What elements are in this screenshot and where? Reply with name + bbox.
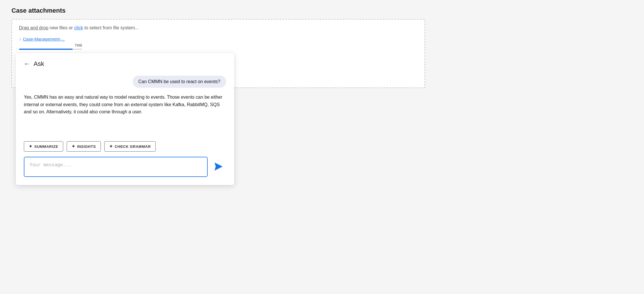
ask-panel: ← Ask Can CMMN be used to react on event… (16, 53, 234, 185)
file-download-icon: ↓ (19, 36, 21, 41)
send-button[interactable] (211, 159, 226, 175)
file-name-link[interactable]: Case-Management-... (23, 37, 65, 41)
check-grammar-button[interactable]: ✦ CHECK GRAMMAR (104, 141, 156, 152)
chat-area: Can CMMN be used to react on events? Yes… (24, 76, 226, 133)
drop-zone-middle: new files or (50, 25, 74, 30)
summarize-button[interactable]: ✦ SUMMARIZE (24, 141, 63, 152)
sparkle-icon-summarize: ✦ (29, 144, 33, 149)
send-icon (213, 161, 224, 172)
progress-bar-fill (19, 49, 73, 50)
sparkle-icon-grammar: ✦ (109, 144, 113, 149)
svg-marker-0 (215, 163, 223, 171)
drop-zone-instruction: Drag and drop new files or click to sele… (19, 25, 418, 30)
user-bubble: Can CMMN be used to react on events? (133, 76, 226, 88)
ask-header: ← Ask (24, 60, 226, 68)
message-input[interactable] (24, 157, 208, 177)
quick-actions: ✦ SUMMARIZE ✦ INSIGHTS ✦ CHECK GRAMMAR (24, 141, 226, 152)
page-title: Case attachments (11, 7, 448, 14)
file-size: 7MB (19, 43, 82, 47)
insights-button[interactable]: ✦ INSIGHTS (67, 141, 101, 152)
user-message-row: Can CMMN be used to react on events? (24, 76, 226, 88)
check-grammar-label: CHECK GRAMMAR (115, 144, 151, 149)
assistant-response: Yes, CMMN has an easy and natural way to… (24, 93, 226, 116)
back-button[interactable]: ← (24, 60, 30, 68)
sparkle-icon-insights: ✦ (72, 144, 76, 149)
ask-title: Ask (34, 60, 44, 68)
message-input-row (24, 157, 226, 177)
file-item: ↓ Case-Management-... 7MB (19, 36, 82, 50)
click-to-select-link[interactable]: click (74, 25, 83, 30)
insights-label: INSIGHTS (77, 144, 96, 149)
summarize-label: SUMMARIZE (34, 144, 58, 149)
drop-zone-suffix: to select from file system... (84, 25, 139, 30)
progress-bar-background (19, 49, 82, 50)
drag-drop-text: Drag and drop (19, 25, 48, 30)
